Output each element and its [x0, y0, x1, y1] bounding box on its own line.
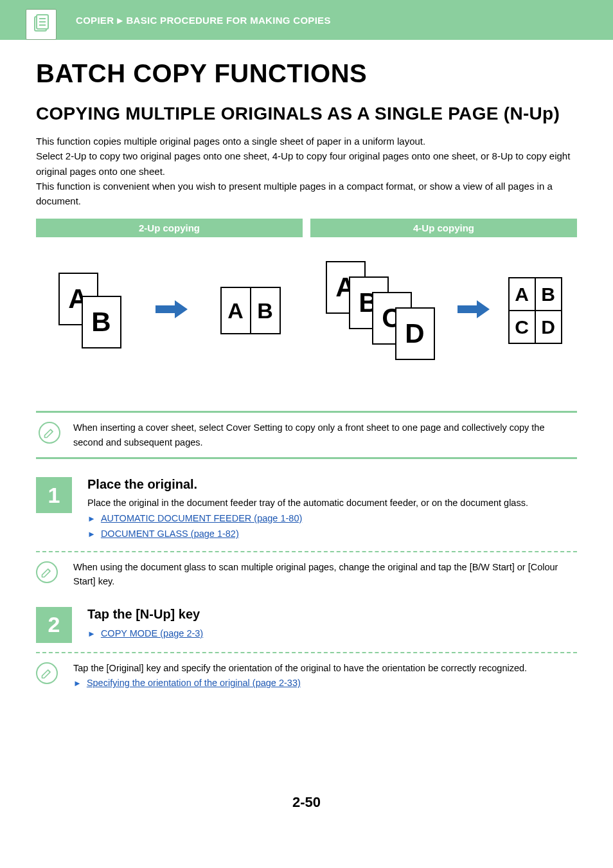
breadcrumb-basic-procedure[interactable]: BASIC PROCEDURE FOR MAKING COPIES	[126, 15, 330, 26]
info-note-text: When inserting a cover sheet, select Cov…	[73, 420, 574, 449]
cell-d: D	[536, 311, 561, 343]
step-2-note: Tap the [Original] key and specify the o…	[36, 661, 577, 691]
pencil-note-icon	[36, 662, 58, 684]
link-automatic-document-feeder[interactable]: AUTOMATIC DOCUMENT FEEDER (page 1-80)	[101, 511, 302, 527]
page-d: D	[395, 307, 435, 360]
triangle-bullet-icon: ►	[87, 527, 96, 541]
diagram-4up-title: 4-Up copying	[310, 219, 577, 237]
diagram-2up: 2-Up copying A B A B	[36, 219, 303, 384]
pencil-note-icon	[39, 422, 60, 444]
document-stack-icon	[31, 14, 51, 35]
step-1: 1 Place the original. Place the original…	[36, 477, 577, 542]
triangle-bullet-icon: ►	[87, 512, 96, 526]
diagram-2up-title: 2-Up copying	[36, 219, 303, 237]
section-title: COPYING MULTIPLE ORIGINALS AS A SINGLE P…	[36, 102, 577, 125]
step-number: 2	[36, 607, 72, 643]
step-1-desc: Place the original in the document feede…	[87, 496, 577, 510]
cell-a: A	[222, 288, 251, 333]
result-2up: A B	[220, 287, 281, 334]
cell-c: C	[510, 311, 536, 343]
link-row-glass: ► DOCUMENT GLASS (page 1-82)	[87, 526, 577, 542]
cell-b: B	[536, 278, 561, 310]
page-number: 2-50	[36, 794, 577, 830]
cascade-2-pages: A B	[58, 273, 123, 348]
cell-a: A	[510, 278, 536, 310]
dashed-separator	[36, 652, 577, 653]
intro-text: This function copies multiple original p…	[36, 134, 577, 208]
result-4up: A B C D	[508, 277, 562, 344]
step-number: 1	[36, 477, 72, 513]
link-row-adf: ► AUTOMATIC DOCUMENT FEEDER (page 1-80)	[87, 511, 577, 527]
diagram-4up: 4-Up copying A B C D A B	[310, 219, 577, 384]
breadcrumb[interactable]: COPIER►BASIC PROCEDURE FOR MAKING COPIES	[76, 15, 331, 26]
info-note-cover: When inserting a cover sheet, select Cov…	[36, 411, 577, 459]
intro-p1: This function copies multiple original p…	[36, 134, 577, 149]
breadcrumb-arrow-icon: ►	[115, 15, 125, 26]
step-2-title: Tap the [N-Up] key	[87, 607, 577, 622]
link-document-glass[interactable]: DOCUMENT GLASS (page 1-82)	[101, 526, 239, 542]
cascade-4-pages: A B C D	[326, 261, 439, 360]
arrow-right-icon	[456, 299, 491, 322]
link-row-copymode: ► COPY MODE (page 2-3)	[87, 626, 577, 642]
step-1-title: Place the original.	[87, 477, 577, 492]
step-1-note-text: When using the document glass to scan mu…	[73, 560, 577, 589]
dashed-separator	[36, 551, 577, 552]
header-band: COPIER►BASIC PROCEDURE FOR MAKING COPIES	[0, 0, 613, 40]
triangle-bullet-icon: ►	[87, 627, 96, 641]
link-row-orientation: ► Specifying the orientation of the orig…	[73, 675, 527, 691]
step-2-note-text: Tap the [Original] key and specify the o…	[73, 661, 527, 675]
page-b: B	[82, 296, 121, 348]
link-specifying-orientation[interactable]: Specifying the orientation of the origin…	[87, 675, 301, 691]
pencil-note-icon	[36, 561, 58, 583]
step-2: 2 Tap the [N-Up] key ► COPY MODE (page 2…	[36, 607, 577, 643]
intro-p3: This function is convenient when you wis…	[36, 179, 577, 209]
intro-p2: Select 2-Up to copy two original pages o…	[36, 149, 577, 179]
arrow-right-icon	[154, 299, 189, 322]
step-1-note: When using the document glass to scan mu…	[36, 560, 577, 589]
link-copy-mode[interactable]: COPY MODE (page 2-3)	[101, 626, 203, 642]
triangle-bullet-icon: ►	[73, 676, 82, 691]
breadcrumb-copier[interactable]: COPIER	[76, 15, 114, 26]
copier-section-icon	[26, 9, 57, 40]
diagram-container: 2-Up copying A B A B	[36, 219, 577, 384]
cell-b: B	[251, 288, 280, 333]
page-title: BATCH COPY FUNCTIONS	[36, 59, 577, 88]
